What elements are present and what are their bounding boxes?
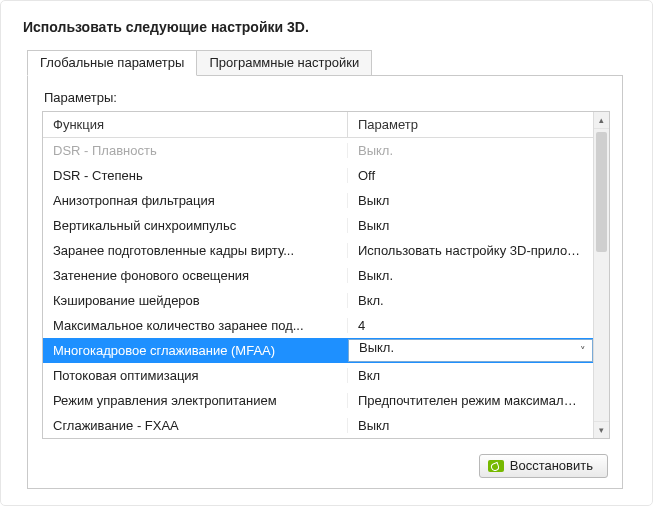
tab-program[interactable]: Программные настройки xyxy=(197,50,372,76)
row-value-text: Off xyxy=(358,168,375,183)
row-value-text: Выкл. xyxy=(358,143,393,158)
row-value: Вкл. xyxy=(348,293,593,308)
row-value: Выкл xyxy=(348,218,593,233)
tab-global-label: Глобальные параметры xyxy=(40,55,184,70)
row-function: Сглаживание - FXAA xyxy=(43,418,348,433)
row-value: Off xyxy=(348,168,593,183)
table-row[interactable]: Режим управления электропитаниемПредпочт… xyxy=(43,388,593,413)
row-function: Максимальное количество заранее под... xyxy=(43,318,348,333)
table-row[interactable]: DSR - ПлавностьВыкл. xyxy=(43,138,593,163)
table-row[interactable]: DSR - СтепеньOff xyxy=(43,163,593,188)
tab-global[interactable]: Глобальные параметры xyxy=(27,50,197,76)
table-row[interactable]: Сглаживание - FXAAВыкл xyxy=(43,413,593,438)
nvidia-icon xyxy=(488,460,504,472)
tab-program-label: Программные настройки xyxy=(209,55,359,70)
row-value-text: Использовать настройку 3D-приложения xyxy=(358,243,593,258)
row-value: Выкл. xyxy=(348,268,593,283)
tab-body-global: Параметры: Функция Параметр DSR - Плавно… xyxy=(27,75,623,489)
row-value: Использовать настройку 3D-приложения xyxy=(348,243,593,258)
row-value-text: Выкл xyxy=(358,218,389,233)
table-row[interactable]: Максимальное количество заранее под...4 xyxy=(43,313,593,338)
row-value-text: Предпочтителен режим максимальной п... xyxy=(358,393,593,408)
row-value-text: Вкл. xyxy=(358,293,384,308)
settings-panel: Использовать следующие настройки 3D. Гло… xyxy=(0,0,653,506)
tab-strip: Глобальные параметры Программные настрой… xyxy=(27,49,623,75)
column-function[interactable]: Функция xyxy=(43,112,348,137)
table-row[interactable]: Анизотропная фильтрацияВыкл xyxy=(43,188,593,213)
column-function-label: Функция xyxy=(53,117,104,132)
row-function: Затенение фонового освещения xyxy=(43,268,348,283)
table-row[interactable]: Кэширование шейдеровВкл. xyxy=(43,288,593,313)
row-function: Вертикальный синхроимпульс xyxy=(43,218,348,233)
row-function: Многокадровое сглаживание (MFAA) xyxy=(43,343,348,358)
row-value: Выкл xyxy=(348,193,593,208)
row-value-text: Выкл. xyxy=(359,340,394,355)
row-value-text: Выкл xyxy=(358,418,389,433)
parameters-label: Параметры: xyxy=(44,90,608,105)
row-value: Вкл xyxy=(348,368,593,383)
grid-header: Функция Параметр xyxy=(43,112,593,138)
table-row[interactable]: Многокадровое сглаживание (MFAA)Выкл.˅ xyxy=(43,338,593,363)
row-function: Кэширование шейдеров xyxy=(43,293,348,308)
vertical-scrollbar[interactable]: ▴ ▾ xyxy=(593,112,609,438)
grid-rows: DSR - ПлавностьВыкл.DSR - СтепеньOffАниз… xyxy=(43,138,593,438)
grid-columns: Функция Параметр DSR - ПлавностьВыкл.DSR… xyxy=(43,112,593,438)
chevron-down-icon: ˅ xyxy=(580,344,586,357)
row-value-text: Вкл xyxy=(358,368,380,383)
row-value: 4 xyxy=(348,318,593,333)
row-function: Потоковая оптимизация xyxy=(43,368,348,383)
row-value-text: Выкл. xyxy=(358,268,393,283)
row-function: DSR - Степень xyxy=(43,168,348,183)
table-row[interactable]: Заранее подготовленные кадры вирту...Исп… xyxy=(43,238,593,263)
table-row[interactable]: Вертикальный синхроимпульсВыкл xyxy=(43,213,593,238)
row-function: Заранее подготовленные кадры вирту... xyxy=(43,243,348,258)
scroll-up-arrow[interactable]: ▴ xyxy=(594,112,609,129)
row-value: Выкл. xyxy=(348,143,593,158)
column-value-label: Параметр xyxy=(358,117,418,132)
row-function: Режим управления электропитанием xyxy=(43,393,348,408)
row-value-dropdown[interactable]: Выкл.˅ xyxy=(348,339,593,362)
settings-grid: Функция Параметр DSR - ПлавностьВыкл.DSR… xyxy=(42,111,610,439)
row-function: DSR - Плавность xyxy=(43,143,348,158)
restore-button-label: Восстановить xyxy=(510,458,593,473)
row-value-text: Выкл xyxy=(358,193,389,208)
table-row[interactable]: Потоковая оптимизацияВкл xyxy=(43,363,593,388)
restore-button[interactable]: Восстановить xyxy=(479,454,608,478)
scroll-down-arrow[interactable]: ▾ xyxy=(594,421,609,438)
scroll-thumb[interactable] xyxy=(596,132,607,252)
footer: Восстановить xyxy=(479,454,608,478)
table-row[interactable]: Затенение фонового освещенияВыкл. xyxy=(43,263,593,288)
row-function: Анизотропная фильтрация xyxy=(43,193,348,208)
row-value: Предпочтителен режим максимальной п... xyxy=(348,393,593,408)
row-value-text: 4 xyxy=(358,318,365,333)
panel-title: Использовать следующие настройки 3D. xyxy=(23,19,630,35)
tabs-container: Глобальные параметры Программные настрой… xyxy=(27,49,623,489)
row-value: Выкл xyxy=(348,418,593,433)
column-value[interactable]: Параметр xyxy=(348,112,593,137)
